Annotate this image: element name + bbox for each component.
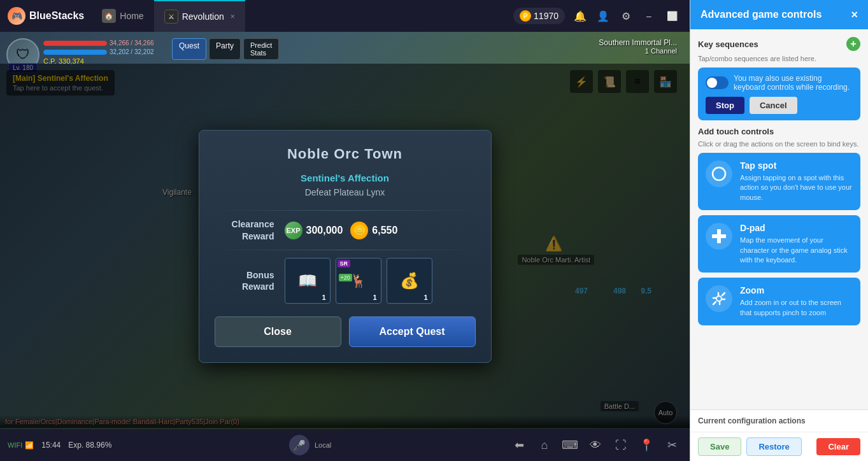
bonus-item-3-icon: 💰 (394, 266, 425, 296)
minimize-button[interactable]: – (641, 8, 657, 24)
close-button[interactable]: Close (215, 316, 341, 347)
game-area: 🎮 BlueStacks 🏠 Home ⚔ Revolution × P 119… (0, 0, 690, 461)
recording-toggle[interactable] (706, 76, 729, 89)
mp-fill (43, 50, 107, 55)
add-sequence-button[interactable]: + (846, 37, 860, 51)
mp-row: 32,202 / 32,202 (43, 48, 154, 55)
clearance-items: EXP 300,000 🪙 6,550 (285, 222, 476, 239)
touch-controls-title: Add touch controls (698, 127, 860, 136)
hp-fill (43, 41, 107, 46)
bonus-item-3: 💰 1 (387, 258, 432, 304)
mic-button[interactable]: 🎤 (289, 435, 309, 455)
restore-button[interactable]: Restore (746, 437, 801, 456)
modal-quest-name: Sentinel's Affection (215, 173, 476, 183)
bottom-right-controls: ⬅ ⌂ ⌨ 👁 ⛶ 📍 ✂ (509, 435, 682, 455)
recording-toggle-row: You may also use existing keyboard contr… (706, 74, 853, 92)
wifi-status: WIFI 📶 (8, 441, 34, 450)
char-stats-panel: 34,266 / 34,266 32,202 / 32,202 C.P. 330… (43, 38, 154, 65)
app-logo: 🎮 BlueStacks (0, 7, 92, 25)
bonus-reward-row: BonusReward 📖 1 SR 🦌 +20 1 (215, 258, 476, 304)
logo-icon: 🎮 (8, 7, 25, 25)
tab-revolution[interactable]: ⚔ Revolution × (154, 0, 245, 32)
stop-button[interactable]: Stop (706, 97, 744, 114)
bonus-item-1-count: 1 (322, 294, 325, 301)
location-button[interactable]: 📍 (636, 435, 657, 455)
accept-quest-button[interactable]: Accept Quest (349, 316, 476, 347)
save-button[interactable]: Save (698, 437, 741, 456)
zoom-card[interactable]: Zoom Add zoom in or out to the screen th… (698, 278, 860, 325)
cancel-button[interactable]: Cancel (750, 97, 797, 114)
view-button[interactable]: 👁 (585, 435, 606, 455)
bottom-center-controls: 🎤 Local (289, 435, 331, 455)
exp-reward: EXP 300,000 (285, 222, 343, 239)
clearance-reward-row: ClearanceReward EXP 300,000 🪙 6,550 (215, 218, 476, 241)
tab-close-icon[interactable]: × (231, 12, 235, 21)
add-touch-label: Add touch controls (698, 127, 774, 136)
tap-spot-icon (706, 160, 732, 187)
svg-point-0 (713, 167, 725, 180)
right-panel-title: Advanced game controls (701, 9, 822, 20)
tap-spot-card[interactable]: Tap spot Assign tapping on a spot with t… (698, 153, 860, 210)
quest-tab[interactable]: Quest (172, 38, 206, 60)
revolution-tab-label: Revolution (182, 11, 224, 22)
svg-rect-2 (712, 234, 726, 238)
profile-icon[interactable]: 👤 (595, 8, 611, 24)
gold-icon: 🪙 (350, 222, 368, 239)
time-display: 15:44 (41, 441, 60, 450)
bonus-item-2: SR 🦌 +20 1 (336, 258, 381, 304)
clear-button[interactable]: Clear (816, 438, 860, 455)
hp-text: 34,266 / 34,266 (110, 39, 154, 46)
notification-icon[interactable]: 🔔 (573, 8, 588, 24)
bonus-item-1: 📖 1 (285, 258, 331, 304)
coin-icon: P (520, 10, 531, 22)
status-info: WIFI 📶 15:44 Exp. 88.96% (8, 441, 111, 450)
coins-display: P 11970 (513, 8, 565, 24)
home-button[interactable]: ⌂ (534, 435, 555, 455)
scissors-button[interactable]: ✂ (662, 435, 682, 455)
config-actions: Save Restore Clear (690, 432, 868, 461)
location-info: Southern Immortal Pl... 1 Channel (599, 38, 677, 55)
zoom-icon (706, 285, 732, 312)
fullscreen-button[interactable]: ⛶ (611, 435, 631, 455)
keyboard-button[interactable]: ⌨ (560, 435, 580, 455)
revolution-tab-icon: ⚔ (164, 10, 178, 24)
predict-stats-tab[interactable]: PredictStats (243, 38, 279, 60)
party-tab[interactable]: Party (209, 38, 241, 60)
restore-button[interactable]: ⬜ (664, 8, 679, 24)
zoom-desc: Add zoom in or out to the screen that su… (740, 298, 853, 318)
dpad-desc: Map the movement of your character or th… (740, 236, 853, 265)
bonus-item-2-count: 1 (373, 294, 376, 301)
hp-row: 34,266 / 34,266 (43, 39, 154, 46)
bottom-bar: WIFI 📶 15:44 Exp. 88.96% 🎤 Local ⬅ ⌂ ⌨ 👁… (0, 429, 690, 461)
sr-badge: SR (338, 260, 351, 267)
dpad-card[interactable]: D-pad Map the movement of your character… (698, 215, 860, 273)
mp-bar (43, 50, 107, 55)
hp-bar (43, 41, 107, 46)
bonus-item-1-icon: 📖 (292, 266, 323, 296)
top-bar: 🎮 BlueStacks 🏠 Home ⚔ Revolution × P 119… (0, 0, 690, 32)
dpad-content: D-pad Map the movement of your character… (740, 223, 853, 265)
recording-desc: You may also use existing keyboard contr… (734, 74, 853, 92)
key-sequences-title-row: Key sequences + (698, 37, 860, 51)
recording-box: You may also use existing keyboard contr… (698, 67, 860, 120)
channel-info: 1 Channel (599, 47, 677, 55)
modal-overlay: Noble Orc Town Sentinel's Affection Defe… (0, 64, 690, 429)
location-name: Southern Immortal Pl... (599, 38, 677, 47)
tab-home[interactable]: 🏠 Home (92, 0, 153, 32)
plus-badge: +20 (339, 274, 352, 281)
modal-buttons: Close Accept Quest (215, 316, 476, 347)
settings-icon[interactable]: ⚙ (618, 8, 634, 24)
gold-value: 6,550 (372, 225, 397, 236)
local-label: Local (315, 441, 331, 449)
exp-display: Exp. 88.96% (68, 441, 111, 450)
home-tab-icon: 🏠 (102, 9, 116, 23)
top-right-controls: P 11970 🔔 👤 ⚙ – ⬜ (513, 8, 690, 24)
back-button[interactable]: ⬅ (509, 435, 529, 455)
touch-controls-section: Add touch controls Click or drag the act… (698, 127, 860, 325)
exp-icon: EXP (285, 222, 302, 239)
app-name: BlueStacks (29, 10, 84, 22)
right-panel-close-button[interactable]: × (851, 9, 858, 20)
coins-value: 11970 (534, 11, 559, 21)
wifi-label: WIFI (8, 441, 22, 449)
quest-party-tabs: Quest Party PredictStats (172, 38, 279, 60)
